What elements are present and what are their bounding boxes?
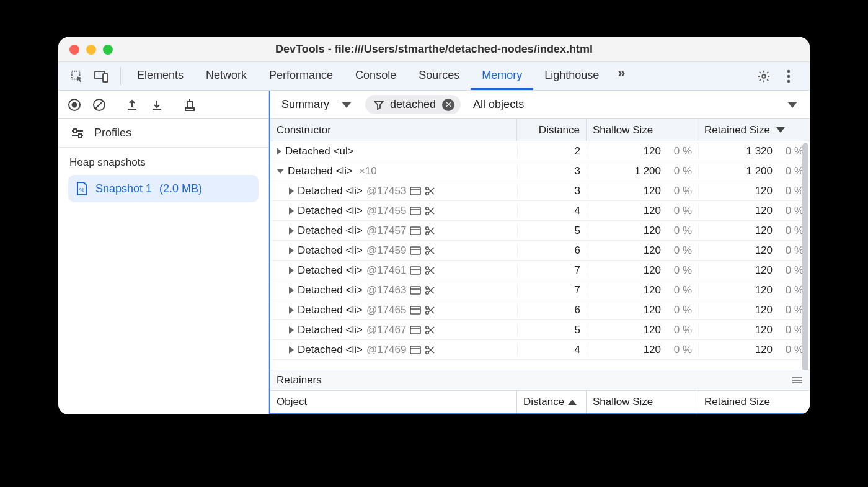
retainers-menu-icon[interactable]	[791, 376, 804, 385]
svg-point-5	[787, 74, 790, 77]
distance-value: 6	[517, 244, 587, 257]
minimize-window-button[interactable]	[86, 45, 96, 55]
clear-filter-icon[interactable]: ✕	[442, 99, 454, 111]
table-row[interactable]: Detached <li> @17457 51200 %1200 %	[270, 221, 810, 241]
shallow-size-value: 120	[644, 284, 661, 297]
table-row[interactable]: Detached <li> @17469 41200 %1200 %	[270, 340, 810, 360]
table-row[interactable]: Detached <li> @17461 71200 %1200 %	[270, 261, 810, 280]
tab-memory[interactable]: Memory	[471, 62, 533, 90]
col-distance-retainers[interactable]: Distance	[517, 391, 587, 413]
scissors-icon	[425, 246, 435, 256]
settings-icon[interactable]	[753, 65, 775, 87]
retained-size-value: 120	[755, 185, 773, 197]
col-constructor[interactable]: Constructor	[270, 119, 517, 141]
table-row[interactable]: Detached <li> @17453 31200 %1200 %	[270, 181, 810, 201]
shallow-pct: 0 %	[670, 344, 692, 356]
element-icon	[410, 266, 421, 275]
table-row[interactable]: Detached <li> @17465 61200 %1200 %	[270, 300, 810, 320]
shallow-pct: 0 %	[670, 225, 692, 237]
view-dropdown[interactable]: Summary	[277, 96, 356, 114]
disclosure-triangle-icon[interactable]	[289, 306, 294, 314]
record-icon[interactable]	[63, 94, 86, 116]
chevron-down-icon	[342, 98, 352, 111]
disclosure-triangle-icon[interactable]	[289, 287, 294, 294]
table-row[interactable]: Detached <li> @17463 71200 %1200 %	[270, 280, 810, 300]
table-row[interactable]: Detached <li> ×1031 2000 %1 2000 %	[270, 161, 810, 181]
disclosure-triangle-icon[interactable]	[277, 148, 281, 155]
retained-size-value: 120	[755, 344, 773, 356]
col-retained-retainers[interactable]: Retained Size	[698, 391, 810, 413]
disclosure-triangle-icon[interactable]	[289, 207, 294, 215]
col-retained-size[interactable]: Retained Size	[698, 119, 810, 141]
shallow-size-value: 120	[644, 225, 661, 237]
content-area: Profiles Heap snapshots % Snapshot 1 (2.…	[58, 91, 810, 414]
disclosure-triangle-icon[interactable]	[289, 247, 294, 254]
retained-size-value: 120	[755, 244, 773, 257]
device-toolbar-icon[interactable]	[91, 65, 113, 87]
table-row[interactable]: Detached <li> @17459 61200 %1200 %	[270, 241, 810, 261]
zoom-window-button[interactable]	[103, 45, 113, 55]
clear-icon[interactable]	[88, 94, 110, 116]
sidebar: Profiles Heap snapshots % Snapshot 1 (2.…	[58, 91, 269, 414]
titlebar: DevTools - file:///Users/stmarthe/detach…	[58, 37, 810, 62]
snapshot-file-icon: %	[76, 181, 88, 196]
kebab-menu-icon[interactable]	[777, 65, 800, 87]
disclosure-triangle-icon[interactable]	[289, 267, 294, 274]
col-shallow-size[interactable]: Shallow Size	[587, 119, 698, 141]
table-row[interactable]: Detached <ul>21200 %1 3200 %	[270, 141, 810, 161]
distance-value: 3	[517, 165, 587, 177]
main-tabbar: ElementsNetworkPerformanceConsoleSources…	[58, 62, 810, 91]
tab-elements[interactable]: Elements	[126, 62, 195, 90]
save-profile-icon[interactable]	[146, 94, 168, 116]
profile-toolbar	[58, 91, 268, 119]
devtools-window: DevTools - file:///Users/stmarthe/detach…	[58, 37, 810, 414]
svg-rect-2	[103, 74, 108, 82]
more-tabs-icon[interactable]: »	[610, 62, 632, 84]
svg-text:%: %	[79, 187, 84, 193]
table-row[interactable]: Detached <li> @17455 41200 %1200 %	[270, 201, 810, 221]
chevron-down-icon	[787, 98, 797, 111]
collect-garbage-icon[interactable]	[179, 94, 201, 116]
shallow-size-value: 120	[644, 145, 661, 158]
svg-rect-15	[79, 134, 81, 138]
close-window-button[interactable]	[69, 45, 79, 55]
shallow-pct: 0 %	[670, 165, 692, 177]
profiles-section-header[interactable]: Profiles	[58, 119, 268, 148]
col-object[interactable]: Object	[270, 391, 517, 413]
disclosure-triangle-icon[interactable]	[289, 187, 294, 195]
svg-point-6	[787, 79, 790, 82]
table-row[interactable]: Detached <li> @17467 51200 %1200 %	[270, 320, 810, 340]
svg-rect-53	[410, 306, 420, 314]
heap-snapshots-label: Heap snapshots	[68, 156, 259, 169]
tab-console[interactable]: Console	[344, 62, 407, 90]
tab-lighthouse[interactable]: Lighthouse	[533, 62, 610, 90]
scissors-icon	[425, 285, 435, 295]
tab-performance[interactable]: Performance	[258, 62, 344, 90]
retained-pct: 0 %	[781, 185, 804, 197]
retainers-header-bar[interactable]: Retainers	[270, 370, 810, 391]
shallow-size-value: 120	[644, 344, 661, 356]
disclosure-triangle-icon[interactable]	[289, 326, 294, 334]
col-distance[interactable]: Distance	[517, 119, 587, 141]
shallow-pct: 0 %	[670, 264, 692, 277]
disclosure-triangle-icon[interactable]	[289, 346, 294, 354]
disclosure-triangle-icon[interactable]	[289, 227, 294, 235]
heap-toolbar: Summary detached ✕ All objects	[270, 91, 810, 119]
tab-network[interactable]: Network	[195, 62, 258, 90]
col-shallow-retainers[interactable]: Shallow Size	[587, 391, 698, 413]
retained-pct: 0 %	[781, 225, 804, 237]
object-id: @17463	[366, 284, 407, 297]
class-filter[interactable]: detached ✕	[365, 95, 461, 114]
constructors-table-body[interactable]: Detached <ul>21200 %1 3200 % Detached <l…	[270, 141, 810, 370]
load-profile-icon[interactable]	[121, 94, 143, 116]
disclosure-triangle-icon[interactable]	[277, 169, 284, 174]
inspect-element-icon[interactable]	[66, 65, 88, 87]
shallow-size-value: 120	[644, 264, 661, 277]
snapshot-item[interactable]: % Snapshot 1 (2.0 MB)	[68, 175, 259, 202]
scrollbar[interactable]	[802, 143, 808, 370]
objects-scope-dropdown[interactable]: All objects	[473, 98, 804, 111]
constructor-label: Detached <li>	[298, 284, 363, 297]
tab-sources[interactable]: Sources	[407, 62, 471, 90]
retained-size-value: 120	[755, 304, 773, 316]
constructors-table-header: Constructor Distance Shallow Size Retain…	[270, 119, 810, 141]
